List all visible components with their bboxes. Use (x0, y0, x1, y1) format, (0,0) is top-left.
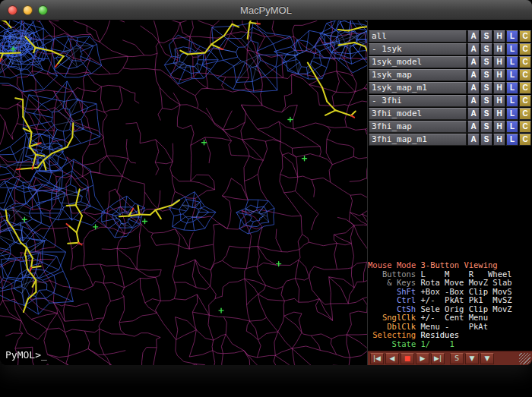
object-row: - 1syk A S H L C (369, 43, 531, 55)
close-button[interactable] (8, 5, 17, 15)
state-label: State (368, 340, 416, 349)
object-name-button[interactable]: 3fhi_model (369, 108, 467, 120)
window-content: PyMOL>_ all A S H L C - 1syk A S H L (0, 20, 532, 365)
movie-control-bar: |◀ ◀ ■ ▶ ▶| S ▼ ▼ (368, 351, 532, 365)
object-row: all A S H L C (369, 30, 531, 43)
movie-play-button[interactable]: ▶ (416, 353, 429, 364)
action-button[interactable]: A (467, 95, 480, 107)
traffic-lights (8, 5, 48, 15)
title-bar[interactable]: MacPyMOL (0, 0, 532, 20)
object-name-button[interactable]: 1syk_map (369, 69, 467, 81)
movie-menu-down-button-2[interactable]: ▼ (480, 353, 494, 364)
mouse-snglclk-value: +/- Cent Menu (416, 313, 488, 322)
object-row: 1syk_model A S H L C (369, 56, 531, 68)
mouse-mode-label: Mouse Mode (368, 261, 416, 270)
action-button[interactable]: A (467, 134, 480, 146)
minimize-button[interactable] (23, 5, 33, 15)
internal-gui-panel: all A S H L C - 1syk A S H L C 1syk_mode… (367, 20, 532, 365)
object-row: 1syk_map A S H L C (369, 69, 531, 81)
selecting-mode-value[interactable]: Residues (416, 330, 459, 339)
object-row: - 3fhi A S H L C (369, 95, 531, 107)
hide-button[interactable]: H (493, 108, 505, 120)
prompt-label: PyMOL> (5, 349, 41, 361)
label-button[interactable]: L (506, 95, 518, 107)
zoom-button[interactable] (38, 5, 48, 15)
movie-step-back-button[interactable]: ◀ (385, 353, 399, 364)
object-row: 3fhi_model A S H L C (369, 108, 531, 120)
show-button[interactable]: S (480, 121, 492, 133)
object-name-button[interactable]: 1syk_map_m1 (369, 82, 467, 94)
movie-rewind-button[interactable]: |◀ (370, 353, 384, 364)
movie-s-button[interactable]: S (450, 353, 464, 364)
object-name-button[interactable]: - 1syk (369, 43, 467, 55)
color-button[interactable]: C (519, 121, 531, 133)
hide-button[interactable]: H (493, 69, 505, 81)
label-button[interactable]: L (506, 69, 518, 81)
action-button[interactable]: A (467, 108, 480, 120)
label-button[interactable]: L (506, 56, 518, 68)
mouse-mode-panel: Mouse Mode3-Button Viewing ButtonsL M R … (368, 261, 532, 351)
action-button[interactable]: A (467, 30, 480, 43)
command-prompt[interactable]: PyMOL>_ (5, 349, 47, 361)
label-button[interactable]: L (506, 43, 518, 55)
panel-spacer (368, 147, 532, 261)
show-button[interactable]: S (480, 95, 492, 107)
show-button[interactable]: S (480, 82, 492, 94)
hide-button[interactable]: H (493, 43, 505, 55)
show-button[interactable]: S (480, 134, 492, 146)
label-button[interactable]: L (506, 108, 518, 120)
mouse-shift-value: +Box -Box Clip MovS (416, 287, 511, 296)
object-row: 3fhi_map A S H L C (369, 121, 531, 133)
label-button[interactable]: L (506, 121, 518, 133)
hide-button[interactable]: H (493, 82, 505, 94)
show-button[interactable]: S (480, 69, 492, 81)
object-name-button[interactable]: 1syk_model (369, 56, 467, 68)
selecting-label: Selecting (368, 331, 416, 340)
show-button[interactable]: S (480, 108, 492, 120)
color-button[interactable]: C (519, 82, 531, 94)
action-button[interactable]: A (467, 82, 480, 94)
color-button[interactable]: C (519, 43, 531, 55)
color-button[interactable]: C (519, 30, 531, 43)
action-button[interactable]: A (467, 121, 480, 133)
hide-button[interactable]: H (493, 56, 505, 68)
color-button[interactable]: C (519, 108, 531, 120)
object-name-button[interactable]: 3fhi_map_m1 (369, 134, 467, 146)
hide-button[interactable]: H (493, 134, 505, 146)
mouse-mode-value[interactable]: 3-Button Viewing (416, 260, 497, 269)
color-button[interactable]: C (519, 56, 531, 68)
state-value[interactable]: 1/ 1 (416, 339, 454, 348)
action-button[interactable]: A (467, 69, 480, 81)
object-row: 1syk_map_m1 A S H L C (369, 82, 531, 94)
movie-stop-button[interactable]: ■ (401, 353, 414, 364)
movie-fast-forward-button[interactable]: ▶| (431, 353, 445, 364)
macpymol-window: MacPyMOL PyMOL>_ all A S H L C - 1syk (0, 0, 532, 365)
action-button[interactable]: A (467, 56, 480, 68)
viewport-canvas[interactable] (0, 20, 367, 365)
show-button[interactable]: S (480, 43, 492, 55)
mouse-ctrl-label: Ctrl (368, 296, 416, 305)
color-button[interactable]: C (519, 69, 531, 81)
object-name-button[interactable]: all (369, 30, 467, 43)
mouse-ctrl-value: +/- PkAt Pk1 MvSZ (416, 295, 511, 304)
mouse-keys-label: & Keys (368, 279, 416, 288)
object-name-button[interactable]: 3fhi_map (369, 121, 467, 133)
mouse-snglclk-label: SnglClk (368, 314, 416, 323)
object-name-button[interactable]: - 3fhi (369, 95, 467, 107)
movie-menu-down-button-1[interactable]: ▼ (465, 353, 479, 364)
color-button[interactable]: C (519, 95, 531, 107)
color-button[interactable]: C (519, 134, 531, 146)
resize-grip[interactable] (519, 353, 530, 364)
show-button[interactable]: S (480, 56, 492, 68)
action-button[interactable]: A (467, 43, 480, 55)
hide-button[interactable]: H (493, 95, 505, 107)
mouse-buttons-value: L M R Wheel (416, 269, 511, 279)
mouse-dblclk-value: Menu - PkAt (416, 322, 488, 331)
label-button[interactable]: L (506, 30, 518, 43)
hide-button[interactable]: H (493, 30, 505, 43)
window-title: MacPyMOL (240, 5, 292, 16)
hide-button[interactable]: H (493, 121, 505, 133)
label-button[interactable]: L (506, 134, 518, 146)
show-button[interactable]: S (480, 30, 492, 43)
label-button[interactable]: L (506, 82, 518, 94)
